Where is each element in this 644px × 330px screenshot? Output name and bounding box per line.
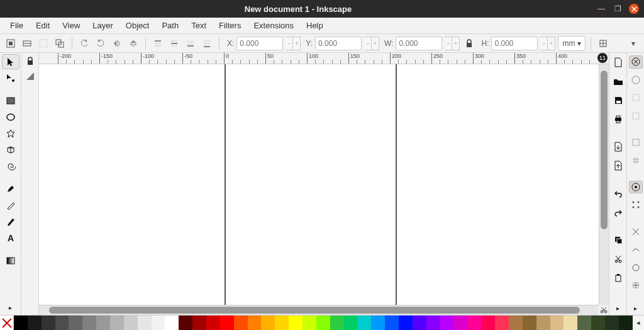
horizontal-scrollbar[interactable] xyxy=(39,305,599,315)
color-swatch[interactable] xyxy=(509,316,523,330)
color-swatch[interactable] xyxy=(316,316,330,330)
color-swatch[interactable] xyxy=(152,316,165,330)
open-icon[interactable] xyxy=(611,74,625,88)
new-document-icon[interactable] xyxy=(611,55,625,69)
menu-object[interactable]: Object xyxy=(119,20,156,31)
snap-smooth-icon[interactable] xyxy=(629,243,643,256)
transform-affect-icon[interactable] xyxy=(596,37,610,50)
snap-bbox-corner-icon[interactable] xyxy=(629,110,643,123)
menu-edit[interactable]: Edit xyxy=(30,20,56,31)
color-swatch[interactable] xyxy=(454,316,468,330)
menu-file[interactable]: File xyxy=(4,20,30,31)
cut-icon[interactable] xyxy=(611,252,625,266)
color-swatch[interactable] xyxy=(248,316,262,330)
y-spinner[interactable]: −+ xyxy=(364,37,379,50)
selector-tool[interactable] xyxy=(2,54,19,69)
canvas[interactable] xyxy=(39,64,609,315)
color-swatch[interactable] xyxy=(14,316,28,330)
color-swatch[interactable] xyxy=(165,316,179,330)
color-swatch[interactable] xyxy=(330,316,344,330)
menu-view[interactable]: View xyxy=(56,20,86,31)
deselect-icon[interactable] xyxy=(36,37,50,50)
h-spinner[interactable]: −+ xyxy=(540,37,555,50)
color-swatch[interactable] xyxy=(413,316,426,330)
color-swatch[interactable] xyxy=(220,316,234,330)
x-spinner[interactable]: −+ xyxy=(286,37,301,50)
import-icon[interactable] xyxy=(611,140,625,154)
color-swatch[interactable] xyxy=(289,316,303,330)
color-swatch[interactable] xyxy=(577,316,591,330)
select-same-icon[interactable] xyxy=(20,37,34,50)
lower-icon[interactable] xyxy=(184,37,197,50)
lock-aspect-icon[interactable] xyxy=(462,37,476,50)
h-input[interactable] xyxy=(491,37,538,50)
lower-bottom-icon[interactable] xyxy=(200,37,214,50)
snap-page-icon[interactable] xyxy=(629,136,643,149)
unit-selector[interactable]: mm ▾ xyxy=(558,36,585,51)
color-swatch[interactable] xyxy=(495,316,509,330)
color-swatch[interactable] xyxy=(371,316,385,330)
copy-icon[interactable] xyxy=(611,233,625,247)
color-swatch[interactable] xyxy=(192,316,206,330)
snap-expand-icon[interactable]: ▸ xyxy=(629,302,643,315)
color-swatch[interactable] xyxy=(536,316,550,330)
w-input[interactable] xyxy=(396,37,442,50)
menu-extensions[interactable]: Extensions xyxy=(247,20,300,31)
snap-center-icon[interactable] xyxy=(629,279,643,292)
color-swatch[interactable] xyxy=(591,316,605,330)
menu-text[interactable]: Text xyxy=(185,20,213,31)
color-swatch[interactable] xyxy=(426,316,440,330)
color-swatch[interactable] xyxy=(619,316,633,330)
corner-triangle-icon[interactable] xyxy=(23,69,37,83)
raise-icon[interactable] xyxy=(167,37,181,50)
y-input[interactable] xyxy=(315,37,362,50)
color-swatch[interactable] xyxy=(564,316,577,330)
menu-layer[interactable]: Layer xyxy=(86,20,119,31)
pencil-tool[interactable] xyxy=(2,198,19,213)
calligraphy-tool[interactable] xyxy=(2,214,19,229)
color-swatch[interactable] xyxy=(234,316,248,330)
vertical-scrollbar-thumb[interactable] xyxy=(601,71,608,229)
ruler-horizontal[interactable]: 11 -200-150-100-500501001502002503003504… xyxy=(39,53,609,64)
snap-bbox-edge-icon[interactable] xyxy=(629,91,643,105)
snap-path-icon[interactable] xyxy=(629,198,643,212)
color-swatch[interactable] xyxy=(69,316,82,330)
maximize-button[interactable]: ❐ xyxy=(613,4,623,14)
toggle-selection-icon[interactable] xyxy=(53,37,67,50)
color-swatch[interactable] xyxy=(82,316,96,330)
scissors-corner-icon[interactable] xyxy=(599,305,609,315)
snap-nodes-icon[interactable] xyxy=(629,181,643,194)
color-swatch[interactable] xyxy=(261,316,275,330)
color-swatch[interactable] xyxy=(138,316,152,330)
color-swatch[interactable] xyxy=(440,316,454,330)
toolbox-expand-icon[interactable]: ▸ xyxy=(2,300,19,315)
snap-grid-icon[interactable] xyxy=(629,154,643,167)
rectangle-tool[interactable] xyxy=(2,93,19,108)
color-swatch[interactable] xyxy=(605,316,619,330)
color-swatch[interactable] xyxy=(481,316,495,330)
menu-help[interactable]: Help xyxy=(300,20,330,31)
node-tool[interactable] xyxy=(2,71,19,86)
snap-cusp-icon[interactable] xyxy=(629,261,643,274)
color-swatch[interactable] xyxy=(110,316,124,330)
select-all-layers-icon[interactable] xyxy=(4,37,18,50)
overflow-menu-icon[interactable]: ▾ xyxy=(626,37,640,50)
x-input[interactable] xyxy=(236,37,283,50)
spiral-tool[interactable] xyxy=(2,159,19,174)
print-icon[interactable] xyxy=(611,112,625,126)
snap-bbox-icon[interactable] xyxy=(629,74,643,87)
pen-tool[interactable] xyxy=(2,181,19,196)
rotate-cw-icon[interactable] xyxy=(94,37,108,50)
color-swatch[interactable] xyxy=(523,316,536,330)
color-swatch[interactable] xyxy=(179,316,192,330)
color-swatch[interactable] xyxy=(28,316,42,330)
color-swatch[interactable] xyxy=(55,316,69,330)
flip-h-icon[interactable] xyxy=(110,37,124,50)
rotate-ccw-icon[interactable] xyxy=(77,37,91,50)
color-swatch[interactable] xyxy=(467,316,481,330)
snap-intersection-icon[interactable] xyxy=(629,225,643,238)
3dbox-tool[interactable] xyxy=(2,142,19,157)
save-icon[interactable] xyxy=(611,93,625,107)
commands-expand-icon[interactable]: ▸ xyxy=(611,301,625,315)
raise-top-icon[interactable] xyxy=(151,37,165,50)
